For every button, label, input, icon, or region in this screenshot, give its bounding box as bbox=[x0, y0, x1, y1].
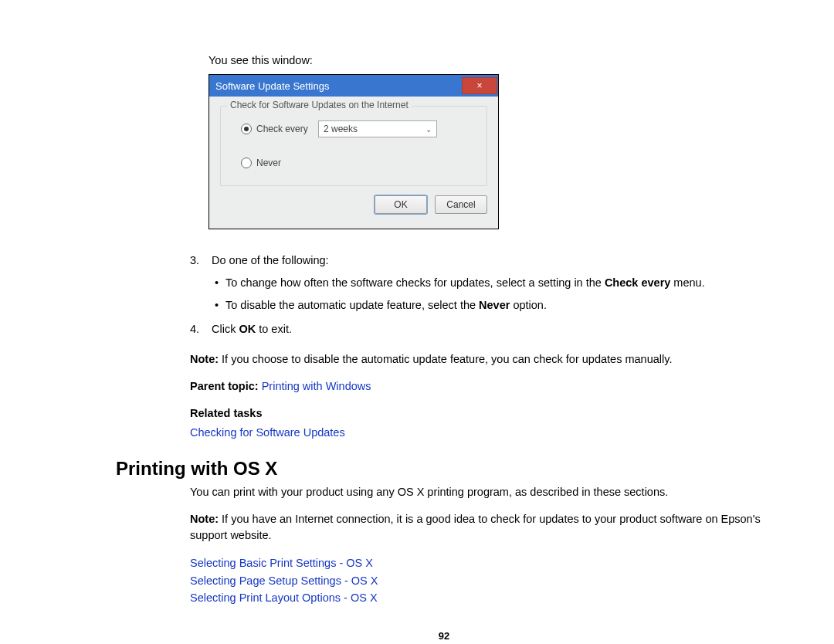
bold-text: OK bbox=[239, 323, 256, 335]
text: To change how often the software checks … bbox=[225, 276, 605, 289]
text: Click bbox=[212, 323, 239, 335]
text: to exit. bbox=[256, 323, 292, 335]
ok-button[interactable]: OK bbox=[375, 195, 427, 214]
osx-intro: You can print with your product using an… bbox=[190, 484, 772, 500]
related-tasks: Related tasks bbox=[190, 405, 772, 422]
document-page: You see this window: Software Update Set… bbox=[0, 0, 834, 644]
text: To disable the automatic update feature,… bbox=[225, 299, 479, 311]
bold-text: Check every bbox=[605, 276, 670, 289]
close-button[interactable]: × bbox=[462, 77, 497, 94]
interval-select[interactable]: 2 weeks ⌄ bbox=[318, 120, 437, 137]
step-3-bullets: To change how often the software checks … bbox=[212, 275, 772, 314]
parent-topic: Parent topic: Printing with Windows bbox=[190, 378, 772, 395]
note-disable: Note: If you choose to disable the autom… bbox=[190, 351, 772, 368]
software-update-dialog: Software Update Settings × Check for Sof… bbox=[208, 74, 499, 229]
page-number: 92 bbox=[116, 630, 772, 642]
cancel-button[interactable]: Cancel bbox=[435, 195, 487, 214]
close-icon: × bbox=[476, 80, 482, 91]
step-4: 4. Click OK to exit. bbox=[190, 321, 772, 337]
bullet-never: To disable the automatic update feature,… bbox=[212, 297, 772, 314]
radio-never[interactable] bbox=[241, 158, 252, 168]
section-heading-osx: Printing with OS X bbox=[116, 458, 772, 480]
parent-topic-link[interactable]: Printing with Windows bbox=[262, 380, 371, 392]
option-check-every-row: Check every 2 weeks ⌄ bbox=[241, 120, 477, 137]
related-task-link[interactable]: Checking for Software Updates bbox=[190, 426, 345, 439]
option-never-row: Never bbox=[241, 158, 477, 168]
bullet-check-every: To change how often the software checks … bbox=[212, 275, 772, 291]
interval-select-value: 2 weeks bbox=[324, 124, 358, 134]
groupbox-legend: Check for Software Updates on the Intern… bbox=[227, 100, 412, 110]
note-text: If you choose to disable the automatic u… bbox=[219, 353, 672, 365]
related-tasks-label: Related tasks bbox=[190, 407, 263, 419]
radio-check-every-label: Check every bbox=[256, 124, 318, 134]
note-internet: Note: If you have an Internet connection… bbox=[190, 511, 772, 544]
dialog-titlebar: Software Update Settings × bbox=[209, 75, 498, 97]
dialog-button-row: OK Cancel bbox=[220, 195, 487, 214]
osx-link-list: Selecting Basic Print Settings - OS X Se… bbox=[190, 554, 772, 606]
chevron-down-icon: ⌄ bbox=[425, 125, 432, 134]
related-task-link-row: Checking for Software Updates bbox=[190, 425, 772, 441]
radio-never-label: Never bbox=[256, 158, 318, 168]
text: option. bbox=[510, 299, 547, 311]
link-page-setup-settings[interactable]: Selecting Page Setup Settings - OS X bbox=[190, 575, 378, 587]
note-label: Note: bbox=[190, 353, 219, 365]
note-text: If you have an Internet connection, it i… bbox=[190, 513, 761, 541]
text: menu. bbox=[670, 276, 704, 289]
step-3: 3. Do one of the following: To change ho… bbox=[190, 253, 772, 314]
link-basic-print-settings[interactable]: Selecting Basic Print Settings - OS X bbox=[190, 557, 373, 569]
step-number: 3. bbox=[190, 253, 199, 269]
bold-text: Never bbox=[479, 299, 510, 311]
dialog-title: Software Update Settings bbox=[209, 80, 329, 92]
dialog-screenshot: Software Update Settings × Check for Sof… bbox=[208, 74, 772, 229]
update-groupbox: Check for Software Updates on the Intern… bbox=[220, 106, 487, 186]
note-label: Note: bbox=[190, 513, 219, 525]
step-number: 4. bbox=[190, 321, 199, 337]
link-print-layout-options[interactable]: Selecting Print Layout Options - OS X bbox=[190, 591, 378, 604]
intro-text: You see this window: bbox=[208, 54, 772, 66]
radio-check-every[interactable] bbox=[241, 124, 252, 134]
step-3-text: Do one of the following: bbox=[212, 254, 329, 266]
dialog-body: Check for Software Updates on the Intern… bbox=[209, 97, 498, 229]
parent-topic-label: Parent topic: bbox=[190, 380, 262, 392]
steps-list: 3. Do one of the following: To change ho… bbox=[190, 253, 772, 337]
